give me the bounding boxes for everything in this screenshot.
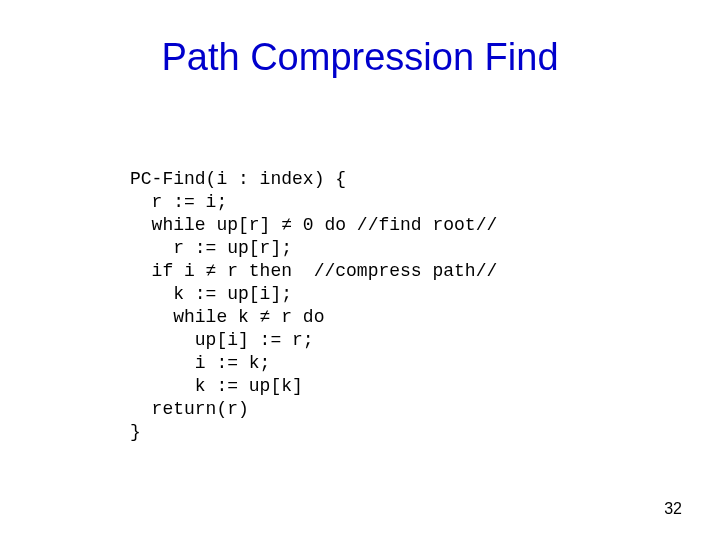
code-block: PC-Find(i : index) { r := i; while up[r]… [130, 168, 497, 444]
slide-title: Path Compression Find [0, 36, 720, 79]
page-number: 32 [664, 500, 682, 518]
slide: Path Compression Find PC-Find(i : index)… [0, 0, 720, 540]
